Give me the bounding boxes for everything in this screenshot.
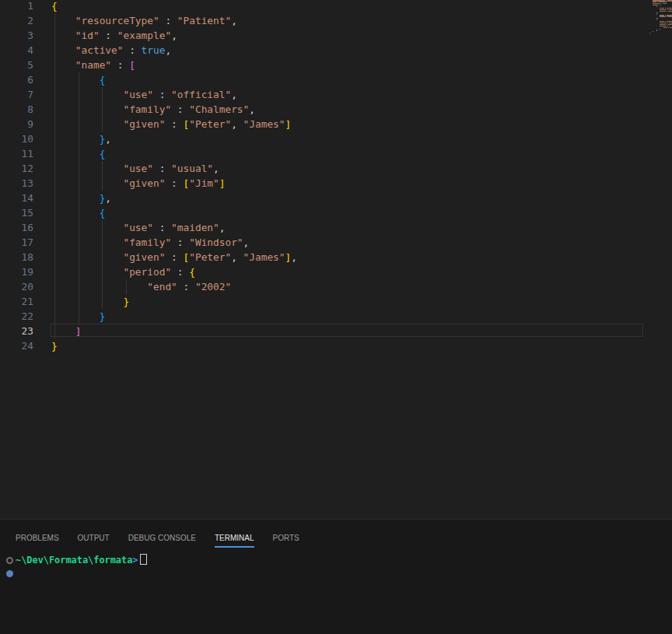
code-line-2[interactable]: 2 "resourceType" : "Patient", — [0, 13, 672, 28]
token-pun: , — [105, 133, 111, 145]
panel-tab-debug-console[interactable]: DEBUG CONSOLE — [128, 528, 196, 548]
code-line-7[interactable]: 7 "use" : "official", — [0, 87, 672, 102]
code-line-text: } — [51, 294, 129, 309]
token-ws — [51, 163, 123, 174]
code-line-11[interactable]: 11 { — [0, 146, 672, 161]
token-ws — [51, 207, 100, 219]
bottom-panel: PROBLEMSOUTPUTDEBUG CONSOLETERMINALPORTS… — [0, 519, 672, 634]
token-b1: { — [189, 266, 195, 278]
code-line-13[interactable]: 13 "given" : ["Jim"] — [0, 176, 672, 191]
minimap-token — [653, 5, 658, 5]
line-number[interactable]: 22 — [0, 309, 33, 324]
line-number[interactable]: 15 — [0, 205, 33, 220]
code-line-10[interactable]: 10 }, — [0, 131, 672, 146]
line-number[interactable]: 8 — [0, 102, 33, 117]
code-line-text: "period" : { — [51, 264, 195, 279]
terminal-command-decoration-dot[interactable] — [6, 570, 13, 577]
code-line-22[interactable]: 22 } — [0, 309, 672, 324]
code-line-12[interactable]: 12 "use" : "usual", — [0, 161, 672, 176]
line-number[interactable]: 24 — [0, 338, 33, 353]
code-line-24[interactable]: 24} — [0, 338, 672, 353]
code-line-20[interactable]: 20 "end" : "2002" — [0, 279, 672, 294]
code-line-text: { — [51, 72, 105, 87]
token-str: "use" — [123, 222, 153, 233]
minimap-token — [656, 30, 657, 30]
token-str: "James" — [243, 251, 285, 263]
code-line-text: "given" : ["Peter", "James"] — [51, 117, 291, 131]
code-line-text: "active" : true, — [51, 43, 171, 58]
code-line-text: "name" : [ — [51, 58, 135, 72]
token-pun: , — [231, 118, 243, 130]
panel-tab-problems[interactable]: PROBLEMS — [16, 528, 59, 548]
token-str: "maiden" — [171, 222, 219, 233]
token-str: "official" — [171, 89, 231, 100]
token-str: "example" — [117, 30, 171, 41]
code-line-3[interactable]: 3 "id" : "example", — [0, 28, 672, 43]
minimap-token — [667, 2, 667, 2]
line-number[interactable]: 21 — [0, 294, 33, 309]
line-number[interactable]: 23 — [0, 324, 33, 338]
minimap-token — [668, 27, 669, 28]
code-line-21[interactable]: 21 } — [0, 294, 672, 309]
token-str: "given" — [123, 251, 165, 263]
line-number[interactable]: 7 — [0, 87, 33, 102]
terminal-command-decoration-ring[interactable] — [6, 557, 13, 564]
code-line-17[interactable]: 17 "family" : "Windsor", — [0, 235, 672, 250]
code-line-text: "end" : "2002" — [51, 279, 231, 294]
token-ws — [51, 192, 100, 204]
token-pun: : — [153, 222, 171, 233]
terminal-cursor — [140, 554, 147, 565]
code-line-16[interactable]: 16 "use" : "maiden", — [0, 220, 672, 235]
panel-tab-output[interactable]: OUTPUT — [78, 528, 110, 548]
code-line-8[interactable]: 8 "family" : "Chalmers", — [0, 102, 672, 117]
line-number[interactable]: 18 — [0, 250, 33, 264]
token-b1: ] — [219, 177, 226, 189]
token-pun: , — [165, 44, 171, 56]
line-number[interactable]: 6 — [0, 72, 33, 87]
token-ws — [51, 325, 75, 337]
line-number[interactable]: 16 — [0, 220, 33, 235]
minimap-token — [667, 16, 667, 17]
line-number[interactable]: 17 — [0, 235, 33, 250]
code-line-5[interactable]: 5 "name" : [ — [0, 58, 672, 72]
line-number[interactable]: 9 — [0, 117, 33, 131]
code-line-23[interactable]: 23 ] — [0, 324, 672, 338]
code-line-text: { — [51, 0, 58, 13]
code-line-1[interactable]: 1{ — [0, 0, 672, 13]
line-number[interactable]: 20 — [0, 279, 33, 294]
line-number[interactable]: 10 — [0, 131, 33, 146]
code-line-6[interactable]: 6 { — [0, 72, 672, 87]
token-str: "period" — [123, 266, 171, 278]
code-line-14[interactable]: 14 }, — [0, 191, 672, 205]
code-line-19[interactable]: 19 "period" : { — [0, 264, 672, 279]
code-line-text: }, — [51, 191, 111, 205]
code-editor[interactable]: 1{2 "resourceType" : "Patient",3 "id" : … — [0, 0, 672, 519]
line-number[interactable]: 12 — [0, 161, 33, 176]
panel-tab-ports[interactable]: PORTS — [273, 528, 299, 548]
line-number[interactable]: 1 — [0, 0, 33, 13]
code-line-4[interactable]: 4 "active" : true, — [0, 43, 672, 58]
line-number[interactable]: 4 — [0, 43, 33, 58]
token-str: "end" — [147, 281, 177, 292]
panel-tab-terminal[interactable]: TERMINAL — [215, 528, 254, 548]
terminal[interactable]: ~\Dev\Formata\formata> — [0, 551, 672, 634]
code-line-18[interactable]: 18 "given" : ["Peter", "James"], — [0, 250, 672, 264]
token-pun: : — [171, 236, 189, 248]
line-number[interactable]: 19 — [0, 264, 33, 279]
code-line-text: ] — [51, 324, 82, 338]
token-pun: : — [165, 177, 183, 189]
line-number[interactable]: 3 — [0, 28, 33, 43]
code-line-9[interactable]: 9 "given" : ["Peter", "James"] — [0, 117, 672, 131]
line-number[interactable]: 2 — [0, 13, 33, 28]
line-number[interactable]: 5 — [0, 58, 33, 72]
code-line-text: "family" : "Chalmers", — [51, 102, 255, 117]
token-ws — [51, 59, 75, 71]
line-number[interactable]: 14 — [0, 191, 33, 205]
token-ws — [51, 222, 123, 233]
token-str: "Patient" — [177, 15, 231, 26]
line-number[interactable]: 13 — [0, 176, 33, 191]
token-str: "James" — [243, 118, 285, 130]
code-line-15[interactable]: 15 { — [0, 205, 672, 220]
line-number[interactable]: 11 — [0, 146, 33, 161]
minimap[interactable] — [648, 0, 672, 47]
